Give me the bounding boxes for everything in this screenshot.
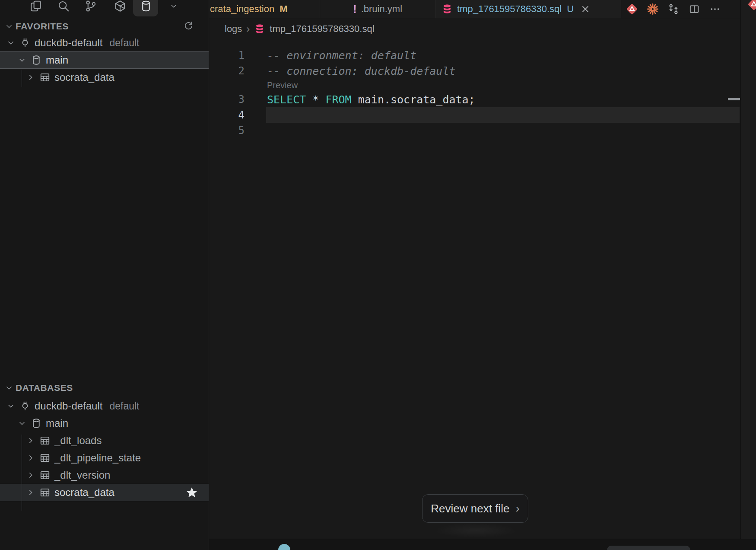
refresh-icon[interactable] [182, 20, 194, 32]
tree-item-label: main [46, 54, 68, 66]
line-number: 5 [209, 125, 251, 137]
table-grid-icon [37, 486, 53, 499]
table-grid-icon [37, 71, 53, 83]
code-token: -- connection: duckdb-default [267, 65, 456, 77]
sidebar: FAVORITES duckdb-default default main so… [0, 0, 209, 550]
chevron-down-icon [4, 383, 14, 393]
app-window: FAVORITES duckdb-default default main so… [0, 0, 756, 550]
tree-item-_dlt_pipeline_state[interactable]: _dlt_pipeline_state [0, 449, 209, 467]
compare-changes-icon[interactable] [667, 3, 680, 16]
git-state-badge: M [280, 3, 287, 15]
db-cylinder-icon [29, 54, 44, 66]
chevron-right-icon[interactable] [24, 487, 37, 498]
activity-cube[interactable] [113, 0, 127, 13]
code-line-1: 1 -- environment: default [209, 48, 740, 63]
chevron-right-icon[interactable] [24, 435, 37, 446]
tree-item-main[interactable]: main [0, 415, 209, 432]
tab-label: crata_ingestion [210, 3, 274, 15]
tree-item-_dlt_version[interactable]: _dlt_version [0, 467, 209, 484]
favorites-title: FAVORITES [16, 21, 69, 32]
breadcrumb: logs › tmp_1761595786330.sql [209, 19, 375, 39]
tree-item-label: duckdb-default [35, 37, 102, 49]
code-editor[interactable]: 1 -- environment: default 2 -- connectio… [209, 48, 740, 138]
more-actions-icon[interactable] [708, 3, 721, 16]
breadcrumb-folder[interactable]: logs [225, 23, 242, 35]
teal-logo-dot[interactable] [278, 544, 290, 550]
tree-item-label: socrata_data [54, 486, 114, 499]
chevron-right-icon[interactable] [24, 452, 37, 464]
tree-item-label: _dlt_version [54, 469, 110, 481]
chevron-down-icon[interactable] [16, 418, 29, 429]
tree-item-label: duckdb-default [35, 400, 102, 412]
code-line-5: 5 [209, 123, 740, 138]
tree-item-label: _dlt_loads [54, 435, 102, 447]
databases-header[interactable]: DATABASES [0, 380, 209, 396]
tab-crata_ingestion[interactable]: crata_ingestion M [209, 0, 320, 18]
activity-chevron-down[interactable] [166, 0, 181, 13]
tree-item-duckdb-default[interactable]: duckdb-default default [0, 397, 209, 415]
tree-item-main[interactable]: main [0, 51, 209, 69]
chevron-down-icon[interactable] [4, 37, 17, 48]
activity-git-branch[interactable] [83, 0, 98, 13]
code-token: * [306, 93, 325, 106]
tree-item-socrata_data[interactable]: socrata_data [0, 69, 209, 86]
editor-actions [621, 0, 740, 18]
table-grid-icon [37, 435, 53, 447]
review-next-file-label: Review next file [431, 502, 509, 515]
tree-item-socrata_data[interactable]: socrata_data [0, 484, 209, 501]
tree-item-duckdb-default[interactable]: duckdb-default default [0, 34, 209, 51]
databases-title: DATABASES [16, 383, 73, 393]
secondary-editor-sliver [740, 0, 756, 539]
bruin-diamond-icon[interactable] [747, 0, 756, 11]
activity-search[interactable] [56, 0, 71, 13]
line-number: 2 [209, 65, 251, 77]
connection-badge: default [109, 37, 139, 49]
code-line-4: 4 [209, 107, 740, 123]
connection-badge: default [109, 400, 139, 412]
current-line-highlight [266, 107, 740, 123]
codelens-preview[interactable]: Preview [267, 79, 740, 92]
star-icon[interactable] [185, 486, 198, 499]
starburst-icon[interactable] [646, 3, 659, 16]
review-next-file-button[interactable]: Review next file › [422, 494, 528, 523]
chevron-right-icon[interactable] [24, 470, 37, 481]
git-state-badge: U [567, 3, 574, 15]
bruin-diamond-icon[interactable] [626, 3, 638, 16]
toast-stub[interactable] [607, 546, 690, 550]
code-line-text: -- connection: duckdb-default [267, 65, 456, 77]
tab-tmp_1761595786330.sql[interactable]: tmp_1761595786330.sql U [435, 0, 621, 18]
tree-item-_dlt_loads[interactable]: _dlt_loads [0, 432, 209, 449]
tab-label: .bruin.yml [361, 3, 402, 15]
split-editor-icon[interactable] [688, 3, 701, 16]
tree-item-label: main [46, 417, 68, 429]
indent-guide [22, 70, 22, 87]
tree-item-label: _dlt_pipeline_state [54, 452, 141, 464]
editor-group: crata_ingestion M ! .bruin.yml tmp_17615… [209, 0, 740, 550]
activity-files[interactable] [29, 0, 43, 13]
button-glow [434, 523, 518, 538]
tab-.bruin.yml[interactable]: ! .bruin.yml [320, 0, 435, 18]
bang-icon: ! [353, 3, 357, 15]
table-grid-icon [37, 452, 53, 464]
activity-bar [0, 0, 209, 18]
code-line-3: 3 SELECT * FROM main.socrata_data; [209, 92, 740, 107]
code-token: -- environment: default [267, 49, 416, 62]
code-token: FROM [325, 93, 351, 106]
chevron-right-icon[interactable] [24, 72, 37, 83]
indent-guide [22, 435, 22, 511]
sql-file-icon [254, 23, 265, 35]
code-token: SELECT [267, 93, 306, 106]
favorites-header[interactable]: FAVORITES [0, 18, 209, 35]
breadcrumb-file[interactable]: tmp_1761595786330.sql [270, 23, 374, 35]
breadcrumb-separator: › [246, 23, 250, 35]
activity-database[interactable] [139, 0, 153, 13]
chevron-down-icon[interactable] [4, 400, 17, 412]
line-number: 1 [209, 49, 251, 61]
plug-icon [17, 37, 33, 49]
close-icon[interactable] [580, 3, 591, 15]
line-number: 4 [209, 109, 251, 121]
table-grid-icon [37, 469, 53, 481]
chevron-down-icon[interactable] [16, 54, 29, 66]
plug-icon [17, 400, 33, 412]
sql-db-icon [442, 3, 453, 15]
